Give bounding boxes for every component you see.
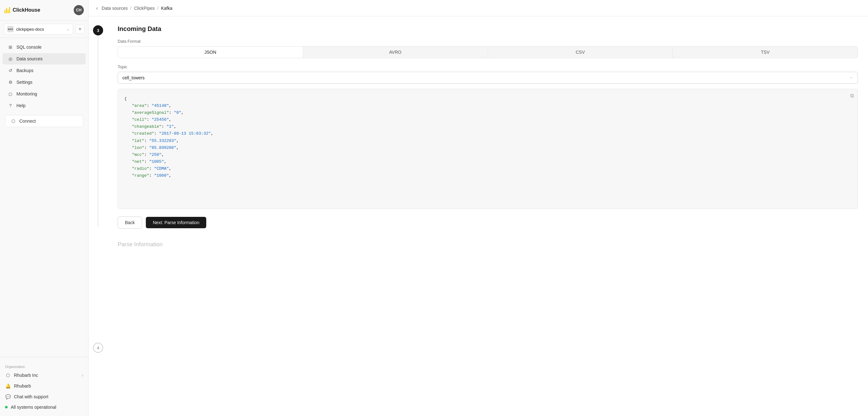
back-arrow-icon[interactable]: ‹ <box>96 5 98 11</box>
help-icon: ? <box>8 103 13 108</box>
sidebar-item-rhubarb[interactable]: 🔔 Rhubarb <box>0 381 88 391</box>
breadcrumb-data-sources[interactable]: Data sources <box>101 6 127 11</box>
json-value-radio: "CDMA" <box>154 166 169 171</box>
sidebar-item-settings[interactable]: ⚙ Settings <box>3 76 86 88</box>
status-label: All systems operational <box>11 405 56 410</box>
table-icon: ⊞ <box>8 44 13 50</box>
app-name: ClickHouse <box>13 7 40 13</box>
json-key-lon: "lon" <box>132 146 144 150</box>
step-4-circle: 4 <box>93 343 103 353</box>
monitor-icon: ◻ <box>8 91 13 97</box>
json-value-net: "1005" <box>149 159 164 164</box>
json-key-range: "range" <box>132 173 149 178</box>
settings-icon: ⚙ <box>8 79 13 85</box>
json-key-changeable: "changeable" <box>132 124 162 129</box>
app-logo: ClickHouse <box>4 7 40 13</box>
json-value-mcc: "250" <box>149 152 162 157</box>
sidebar-bottom: Organization ⬡ Rhubarb Inc › 🔔 Rhubarb 💬… <box>0 357 88 416</box>
workspace-avatar: aws <box>7 26 13 32</box>
json-value-changeable: "1" <box>166 124 174 129</box>
content-area: 3 4 Incoming Data Data Format JSON AVRO … <box>89 17 868 416</box>
topbar: ‹ Data sources / ClickPipes / Kafka <box>89 0 868 17</box>
topic-label: Topic <box>118 64 858 69</box>
step-3-circle: 3 <box>93 25 103 35</box>
sidebar-connect-label: Connect <box>19 119 36 124</box>
json-key-averageSignal: "averageSignal" <box>132 110 169 115</box>
status-dot-icon <box>5 406 8 408</box>
workspace-name: clickpipes-docs <box>16 27 64 32</box>
format-label: Data Format <box>118 39 858 44</box>
org-label: Organization <box>0 361 88 370</box>
sidebar: ClickHouse CH aws clickpipes-docs ⌄ + ⊞ … <box>0 0 89 416</box>
parse-section: Parse Information <box>118 239 858 248</box>
sidebar-item-sql-console[interactable]: ⊞ SQL console <box>3 41 86 53</box>
topic-select[interactable]: cell_towers <box>118 72 858 84</box>
json-value-created: "2017-09-13 15:03:32" <box>159 131 211 136</box>
format-tabs: JSON AVRO CSV TSV <box>118 46 858 58</box>
format-tab-json[interactable]: JSON <box>118 46 303 58</box>
chevron-right-icon: › <box>82 373 83 378</box>
next-button[interactable]: Next: Parse Information <box>146 217 206 228</box>
format-tab-tsv[interactable]: TSV <box>673 46 858 58</box>
org-icon: ⬡ <box>5 372 11 378</box>
json-preview: ⧉ { "area": "45148", "averageSignal": "0… <box>118 89 858 209</box>
json-key-mcc: "mcc" <box>132 152 144 157</box>
json-key-created: "created" <box>132 131 154 136</box>
connect-icon: ⬡ <box>10 118 16 124</box>
json-value-cell: "25456" <box>152 117 169 122</box>
sidebar-item-label: Help <box>17 103 26 108</box>
json-brace-open: { <box>124 96 127 101</box>
json-key-area: "area" <box>132 103 147 108</box>
json-key-cell: "cell" <box>132 117 147 122</box>
sidebar-item-org[interactable]: ⬡ Rhubarb Inc › <box>0 370 88 381</box>
sidebar-header: ClickHouse CH <box>0 0 88 21</box>
json-key-lat: "lat" <box>132 138 144 143</box>
rhubarb-label: Rhubarb <box>14 383 31 388</box>
form-area: Incoming Data Data Format JSON AVRO CSV … <box>107 17 868 416</box>
json-value-area: "45148" <box>152 103 169 108</box>
sidebar-item-status: All systems operational <box>0 402 88 412</box>
sidebar-item-monitoring[interactable]: ◻ Monitoring <box>3 88 86 100</box>
breadcrumb-sep-2: / <box>157 6 158 11</box>
sidebar-item-connect[interactable]: ⬡ Connect <box>5 115 83 127</box>
format-tab-avro[interactable]: AVRO <box>303 46 488 58</box>
sidebar-item-help[interactable]: ? Help <box>3 100 86 111</box>
json-value-range: "1000" <box>154 173 169 178</box>
logo-bars-icon <box>4 7 10 13</box>
json-value-lon: "85.899208" <box>149 146 177 150</box>
sidebar-item-backups[interactable]: ↺ Backups <box>3 65 86 76</box>
action-row: Back Next: Parse Information <box>118 217 858 228</box>
json-content: { "area": "45148", "averageSignal": "0",… <box>124 95 851 179</box>
json-key-radio: "radio" <box>132 166 149 171</box>
chat-support-label: Chat with support <box>14 394 49 399</box>
sidebar-nav: ⊞ SQL console ◎ Data sources ↺ Backups ⚙… <box>0 38 88 357</box>
back-button[interactable]: Back <box>118 217 142 228</box>
avatar: CH <box>74 5 84 15</box>
sidebar-item-label: Settings <box>17 79 33 85</box>
chat-icon: 💬 <box>5 394 11 399</box>
sidebar-item-label: Monitoring <box>17 91 37 96</box>
add-workspace-button[interactable]: + <box>75 25 85 33</box>
breadcrumb-kafka[interactable]: Kafka <box>161 6 173 11</box>
copy-button[interactable]: ⧉ <box>850 93 854 99</box>
json-value-averageSignal: "0" <box>174 110 181 115</box>
org-name: Rhubarb Inc <box>14 373 38 378</box>
parse-section-title: Parse Information <box>118 241 163 248</box>
bell-icon: 🔔 <box>5 383 11 389</box>
breadcrumb-sep-1: / <box>130 6 132 11</box>
chevron-down-icon: ⌄ <box>66 27 70 31</box>
backup-icon: ↺ <box>8 68 13 73</box>
json-value-lat: "55.332283" <box>149 138 177 143</box>
sidebar-item-data-sources[interactable]: ◎ Data sources <box>3 53 86 64</box>
json-key-net: "net" <box>132 159 144 164</box>
step-sidebar: 3 4 <box>89 17 107 416</box>
main-content: ‹ Data sources / ClickPipes / Kafka 3 4 … <box>89 0 868 416</box>
breadcrumb-clickpipes[interactable]: ClickPipes <box>134 6 155 11</box>
data-icon: ◎ <box>8 56 13 62</box>
step-connector-line <box>98 31 98 227</box>
section-title-incoming-data: Incoming Data <box>118 25 858 33</box>
workspace-selector[interactable]: aws clickpipes-docs ⌄ <box>4 24 73 34</box>
sidebar-item-label: SQL console <box>17 44 42 50</box>
format-tab-csv[interactable]: CSV <box>488 46 673 58</box>
sidebar-item-chat-support[interactable]: 💬 Chat with support <box>0 391 88 402</box>
